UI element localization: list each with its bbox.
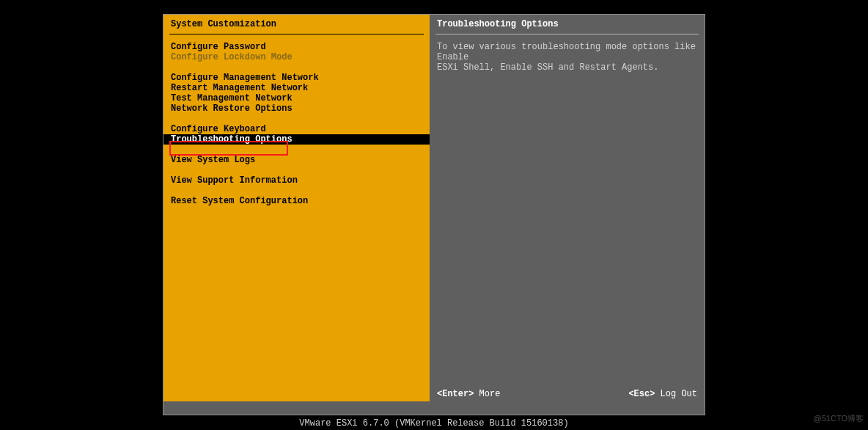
enter-label: More [474, 389, 500, 399]
menu-item-restart-management-network[interactable]: Restart Management Network [171, 83, 422, 93]
right-title-underline [435, 34, 699, 34]
description-line-1: To view various troubleshooting mode opt… [430, 42, 705, 62]
menu-spacer [171, 114, 422, 124]
watermark: @51CTO博客 [814, 413, 864, 424]
esc-key: <Esc> [628, 389, 655, 399]
footer-version: VMware ESXi 6.7.0 (VMKernel Release Buil… [0, 418, 868, 430]
right-pane-title: Troubleshooting Options [430, 15, 705, 34]
menu-spacer [171, 165, 422, 175]
menu-spacer [171, 186, 422, 196]
menu-item-view-support-information[interactable]: View Support Information [171, 175, 422, 186]
esc-label: Log Out [655, 389, 697, 399]
menu-item-configure-management-network[interactable]: Configure Management Network [171, 73, 422, 83]
menu-item-network-restore-options[interactable]: Network Restore Options [171, 103, 422, 114]
console-window: System Customization Configure Password … [163, 14, 705, 415]
menu-item-configure-lockdown-mode[interactable]: Configure Lockdown Mode [171, 52, 422, 62]
action-enter[interactable]: <Enter> More [437, 389, 567, 399]
menu-spacer [171, 145, 422, 155]
action-esc[interactable]: <Esc> Log Out [567, 389, 698, 399]
action-bar: <Enter> More <Esc> Log Out [430, 387, 705, 401]
menu-item-troubleshooting-options[interactable]: Troubleshooting Options [163, 134, 430, 145]
menu-item-test-management-network[interactable]: Test Management Network [171, 93, 422, 103]
menu-item-reset-system-configuration[interactable]: Reset System Configuration [171, 196, 422, 206]
left-pane: System Customization Configure Password … [163, 15, 430, 401]
right-pane: Troubleshooting Options To view various … [430, 15, 705, 401]
left-pane-title: System Customization [163, 15, 430, 34]
description-line-2: ESXi Shell, Enable SSH and Restart Agent… [430, 62, 705, 73]
left-title-underline [169, 34, 424, 34]
menu: Configure Password Configure Lockdown Mo… [163, 42, 430, 206]
menu-item-configure-password[interactable]: Configure Password [171, 42, 422, 52]
enter-key: <Enter> [437, 389, 474, 399]
menu-item-view-system-logs[interactable]: View System Logs [171, 155, 422, 165]
menu-spacer [171, 62, 422, 73]
menu-item-configure-keyboard[interactable]: Configure Keyboard [171, 124, 422, 134]
